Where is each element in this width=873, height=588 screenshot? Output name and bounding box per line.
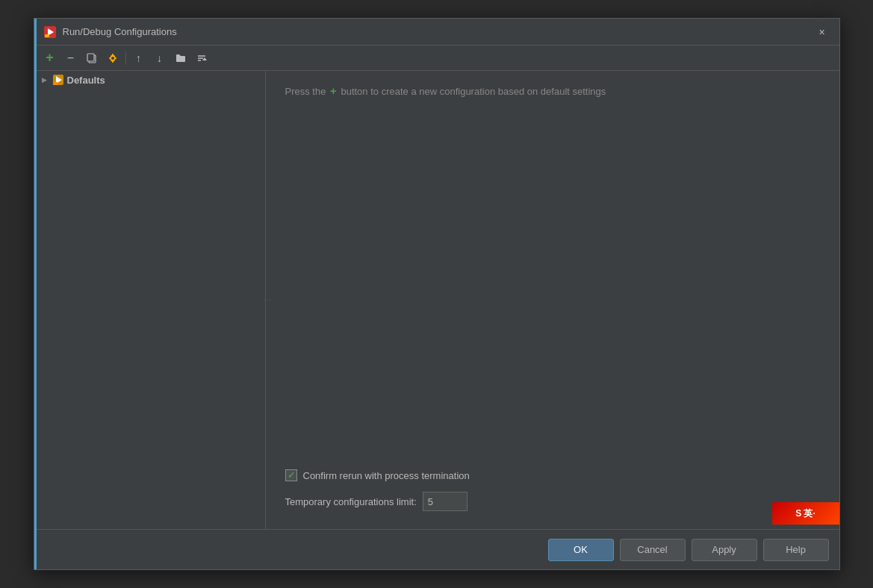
svg-rect-2 [45, 34, 49, 37]
dialog-title: Run/Debug Configurations [63, 26, 177, 37]
main-content: ▶ Defaults ⋮ Press the + [34, 71, 839, 529]
tree-item-defaults[interactable]: ▶ Defaults [34, 71, 265, 89]
defaults-icon [52, 74, 64, 86]
hint-text-container: Press the + button to create a new confi… [285, 83, 824, 100]
svg-rect-4 [87, 54, 94, 61]
sort-button[interactable] [192, 49, 211, 68]
temp-limit-input[interactable] [423, 492, 467, 511]
confirm-rerun-checkbox[interactable] [285, 469, 297, 481]
remove-config-button[interactable]: − [61, 49, 81, 68]
title-bar: Run/Debug Configurations × [34, 19, 839, 46]
defaults-label: Defaults [67, 75, 105, 86]
help-button[interactable]: Help [763, 539, 829, 561]
hint-plus-icon: + [330, 84, 337, 97]
toolbar-separator-1 [125, 51, 126, 65]
folder-button[interactable] [171, 49, 190, 68]
close-button[interactable]: × [814, 24, 830, 40]
temp-limit-label: Temporary configurations limit: [285, 496, 417, 507]
spacer [285, 115, 824, 470]
tree-arrow-defaults: ▶ [40, 75, 49, 84]
hint-prefix: Press the [285, 86, 326, 97]
corner-badge: S 英· [772, 502, 839, 525]
ok-button[interactable]: OK [548, 539, 614, 561]
copy-config-button[interactable] [82, 49, 102, 68]
run-debug-dialog: Run/Debug Configurations × + − ↑ ↓ [34, 18, 840, 570]
confirm-rerun-row: Confirm rerun with process termination [285, 469, 824, 481]
add-config-button[interactable]: + [40, 49, 60, 68]
cancel-button[interactable]: Cancel [620, 539, 686, 561]
hint-suffix: button to create a new configuration bas… [341, 86, 606, 97]
temp-limit-row: Temporary configurations limit: [285, 492, 824, 511]
settings-button[interactable] [103, 49, 122, 68]
svg-rect-11 [53, 82, 58, 85]
left-panel: ▶ Defaults [34, 71, 266, 529]
apply-button[interactable]: Apply [692, 539, 757, 561]
move-down-button[interactable]: ↓ [150, 49, 170, 68]
title-left: Run/Debug Configurations [43, 25, 177, 39]
toolbar: + − ↑ ↓ [34, 46, 839, 71]
footer: OK Cancel Apply Help [34, 529, 839, 569]
right-panel: Press the + button to create a new confi… [270, 71, 839, 529]
bottom-options: Confirm rerun with process termination T… [285, 469, 824, 517]
move-up-button[interactable]: ↑ [129, 49, 149, 68]
confirm-rerun-label: Confirm rerun with process termination [303, 470, 470, 481]
left-border-indicator [34, 19, 37, 569]
dialog-icon [43, 25, 57, 39]
